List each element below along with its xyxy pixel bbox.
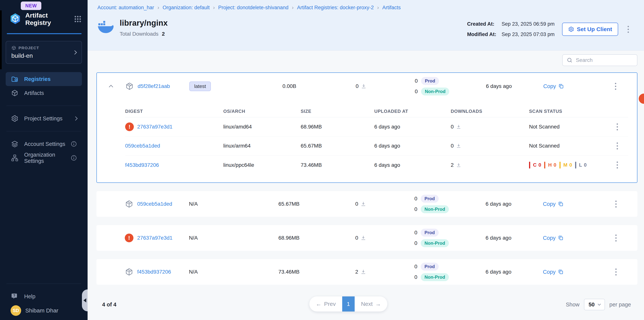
sidebar-item-label: Artifacts — [24, 90, 77, 96]
version-downloads: 0 — [355, 235, 358, 241]
row-menu-icon[interactable] — [614, 200, 618, 209]
copy-link[interactable]: Copy — [543, 201, 556, 207]
version-age: 6 days ago — [470, 83, 527, 89]
version-digest-link[interactable]: d5f28ef21aab — [138, 83, 170, 89]
copy-link[interactable]: Copy — [543, 235, 556, 241]
version-age: 6 days ago — [470, 235, 527, 241]
prod-chip: Prod — [421, 77, 439, 85]
digest-row: f453bd937206 linux/ppc64le 73.46MB 6 day… — [125, 156, 628, 174]
sidebar-item-artifacts[interactable]: Artifacts — [6, 86, 82, 100]
module-grid-icon[interactable] — [74, 15, 82, 23]
total-downloads-label: Total Downloads — [120, 31, 158, 37]
copy-link[interactable]: Copy — [543, 83, 556, 90]
col-downloads: DOWNLOADS — [451, 109, 529, 114]
sidebar-item-project-settings[interactable]: Project Settings — [6, 112, 82, 126]
sidebar-item-account-settings[interactable]: Account Settings — [6, 137, 82, 151]
version-digest-link[interactable]: f453bd937206 — [137, 269, 171, 275]
digest-link[interactable]: f453bd937206 — [125, 162, 159, 168]
main-area: Account: automation_har › Organization: … — [88, 0, 644, 320]
prod-chip: Prod — [421, 263, 439, 270]
search-input[interactable] — [576, 57, 644, 63]
col-digest: DIGEST — [125, 109, 223, 114]
project-cube-icon — [11, 46, 16, 50]
warning-icon: ! — [125, 122, 134, 131]
download-icon — [360, 269, 366, 275]
search-field[interactable] — [562, 54, 638, 66]
screen-edge-strip — [0, 10, 2, 69]
show-label: Show — [566, 302, 580, 308]
nonprod-chip: Non-Prod — [421, 205, 449, 213]
package-icon — [125, 82, 134, 90]
breadcrumb-artifacts[interactable]: Artifacts — [382, 5, 401, 10]
copy-link[interactable]: Copy — [543, 269, 556, 275]
page-header: library/nginx Total Downloads 2 Created … — [88, 15, 644, 50]
breadcrumb-project[interactable]: Project: donotdelete-shivanand — [218, 5, 288, 10]
sidebar-header: Artifact Registry — [0, 0, 88, 26]
sidebar-item-label: Organization Settings — [24, 152, 65, 164]
artifact-registry-logo-icon — [10, 13, 21, 25]
sidebar-item-label: Registries — [24, 76, 77, 82]
version-row: f453bd937206 N/A 73.46MB 2 0Prod 0Non-Pr… — [96, 259, 638, 285]
new-badge: NEW — [21, 2, 41, 10]
expanded-version-panel: d5f28ef21aab latest 0.00B 0 0 — [96, 72, 638, 183]
chevron-right-icon — [73, 50, 77, 54]
row-menu-icon[interactable] — [614, 234, 618, 243]
user-menu[interactable]: SD Shibam Dhar — [6, 304, 82, 318]
breadcrumb-registry[interactable]: Artifact Registries: docker-proxy-2 — [297, 5, 374, 10]
nonprod-count: 0 — [414, 88, 418, 94]
scan-status: Not Scanned — [529, 143, 606, 149]
version-digest-link[interactable]: 27637a97e3d1 — [137, 235, 172, 241]
layers-icon — [10, 140, 19, 148]
docker-icon — [98, 20, 114, 34]
digest-os-arch: linux/ppc64le — [223, 162, 301, 168]
project-selector[interactable]: PROJECT build-en — [6, 41, 82, 64]
version-digest-link[interactable]: 059ceb5a1ded — [137, 201, 172, 207]
row-menu-icon[interactable] — [614, 267, 618, 276]
page-size-select[interactable]: 50 — [584, 299, 605, 310]
copy-icon — [558, 269, 564, 275]
severity-critical-count: 0 — [538, 162, 541, 168]
total-downloads-value: 2 — [162, 31, 165, 37]
version-age: 6 days ago — [470, 201, 527, 207]
digest-link[interactable]: 059ceb5a1ded — [125, 143, 160, 149]
breadcrumb-organization[interactable]: Organization: default — [163, 5, 210, 10]
digest-os-arch: linux/arm64 — [223, 143, 301, 149]
next-page-button[interactable]: Next → — [355, 296, 388, 312]
digest-uploaded: 6 days ago — [374, 124, 451, 130]
active-module-underline — [7, 33, 82, 34]
row-menu-icon[interactable] — [615, 160, 620, 170]
sidebar-item-help[interactable]: ? Help — [6, 290, 82, 304]
breadcrumb-account[interactable]: Account: automation_har — [98, 5, 154, 10]
col-uploaded-at: UPLOADED AT — [374, 109, 451, 114]
tag-value: N/A — [189, 269, 198, 275]
collapse-arrow-icon — [84, 298, 86, 302]
download-icon — [456, 162, 461, 168]
app-root: NEW Artifact Registry PROJECT build-en — [0, 0, 644, 320]
row-menu-icon[interactable] — [613, 82, 618, 91]
nonprod-count: 0 — [414, 274, 417, 280]
current-page[interactable]: 1 — [342, 296, 355, 312]
sidebar-item-organization-settings[interactable]: Organization Settings — [6, 151, 82, 165]
avatar: SD — [10, 305, 21, 316]
setup-client-button[interactable]: Set Up Client — [562, 23, 618, 36]
nonprod-chip: Non-Prod — [421, 273, 449, 281]
created-at-label: Created At: — [467, 21, 496, 27]
prev-page-button[interactable]: ← Prev — [309, 296, 342, 312]
digest-link[interactable]: 27637a97e3d1 — [137, 124, 172, 130]
env-counts: 0Prod 0Non-Prod — [414, 263, 449, 281]
version-age: 6 days ago — [470, 269, 527, 275]
nonprod-count: 0 — [414, 240, 417, 246]
severity-low-label: L — [579, 162, 582, 168]
digest-size: 68.96MB — [301, 124, 374, 130]
version-downloads: 0 — [355, 201, 358, 207]
sidebar-collapse-handle[interactable] — [82, 290, 88, 311]
row-menu-icon[interactable] — [615, 122, 620, 132]
project-name: build-en — [11, 52, 73, 59]
sidebar-item-registries[interactable]: Registries — [6, 72, 82, 86]
header-menu-icon[interactable] — [626, 25, 631, 34]
row-menu-icon[interactable] — [615, 141, 620, 150]
search-icon — [566, 57, 573, 64]
digest-os-arch: linux/amd64 — [223, 124, 301, 130]
severity-high-count: 0 — [554, 162, 556, 168]
collapse-row-button[interactable] — [97, 84, 125, 88]
